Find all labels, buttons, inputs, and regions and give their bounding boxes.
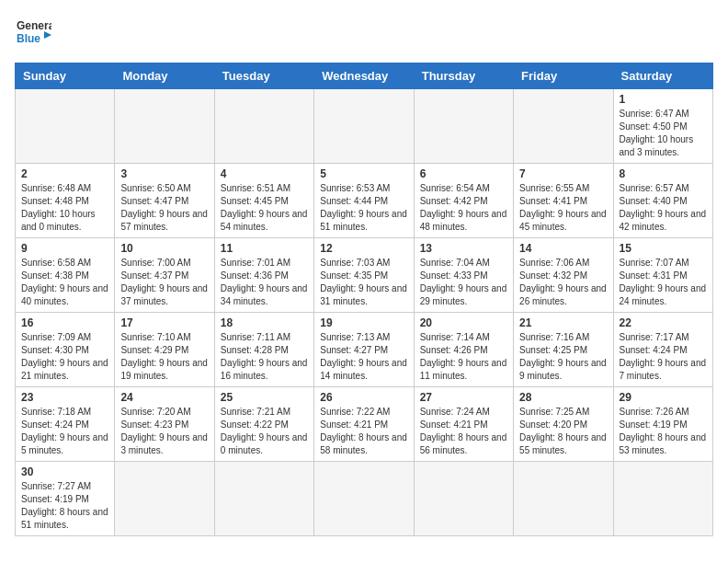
day-info: Sunrise: 7:07 AM Sunset: 4:31 PM Dayligh… xyxy=(620,257,707,308)
column-header-thursday: Thursday xyxy=(414,63,513,89)
day-info: Sunrise: 7:27 AM Sunset: 4:19 PM Dayligh… xyxy=(21,480,108,532)
day-info: Sunrise: 7:24 AM Sunset: 4:21 PM Dayligh… xyxy=(420,406,507,457)
calendar-cell: 30Sunrise: 7:27 AM Sunset: 4:19 PM Dayli… xyxy=(16,462,115,536)
day-number: 17 xyxy=(120,316,208,329)
day-info: Sunrise: 7:09 AM Sunset: 4:30 PM Dayligh… xyxy=(21,331,108,383)
week-row-3: 16Sunrise: 7:09 AM Sunset: 4:30 PM Dayli… xyxy=(16,313,713,387)
day-number: 18 xyxy=(221,316,308,329)
calendar-cell: 3Sunrise: 6:50 AM Sunset: 4:47 PM Daylig… xyxy=(115,164,214,238)
day-info: Sunrise: 6:51 AM Sunset: 4:45 PM Dayligh… xyxy=(221,182,308,234)
day-number: 3 xyxy=(120,167,208,180)
calendar-cell: 25Sunrise: 7:21 AM Sunset: 4:22 PM Dayli… xyxy=(214,387,313,462)
day-number: 1 xyxy=(620,93,707,106)
calendar-cell: 24Sunrise: 7:20 AM Sunset: 4:23 PM Dayli… xyxy=(115,387,214,462)
day-number: 10 xyxy=(120,242,208,255)
day-info: Sunrise: 7:22 AM Sunset: 4:21 PM Dayligh… xyxy=(320,406,407,457)
calendar-cell xyxy=(314,89,414,164)
calendar-cell: 21Sunrise: 7:16 AM Sunset: 4:25 PM Dayli… xyxy=(514,313,613,387)
day-info: Sunrise: 7:00 AM Sunset: 4:37 PM Dayligh… xyxy=(120,257,208,308)
day-info: Sunrise: 7:25 AM Sunset: 4:20 PM Dayligh… xyxy=(519,406,607,457)
calendar-cell: 27Sunrise: 7:24 AM Sunset: 4:21 PM Dayli… xyxy=(414,387,513,462)
column-header-sunday: Sunday xyxy=(16,63,115,89)
calendar-cell: 22Sunrise: 7:17 AM Sunset: 4:24 PM Dayli… xyxy=(613,313,712,387)
day-info: Sunrise: 7:20 AM Sunset: 4:23 PM Dayligh… xyxy=(120,406,208,457)
day-info: Sunrise: 6:54 AM Sunset: 4:42 PM Dayligh… xyxy=(420,182,507,234)
day-number: 27 xyxy=(420,391,507,404)
day-number: 22 xyxy=(620,316,707,329)
day-number: 5 xyxy=(320,167,407,180)
day-info: Sunrise: 6:57 AM Sunset: 4:40 PM Dayligh… xyxy=(620,182,707,234)
calendar-cell xyxy=(414,462,513,536)
day-number: 29 xyxy=(620,391,707,404)
calendar-cell xyxy=(414,89,513,164)
day-info: Sunrise: 6:47 AM Sunset: 4:50 PM Dayligh… xyxy=(620,108,707,159)
logo: General Blue xyxy=(15,15,51,52)
day-info: Sunrise: 6:48 AM Sunset: 4:48 PM Dayligh… xyxy=(21,182,108,234)
day-info: Sunrise: 7:26 AM Sunset: 4:19 PM Dayligh… xyxy=(620,406,707,457)
week-row-5: 30Sunrise: 7:27 AM Sunset: 4:19 PM Dayli… xyxy=(16,462,713,536)
day-number: 24 xyxy=(120,391,208,404)
day-number: 11 xyxy=(221,242,308,255)
calendar-cell xyxy=(115,462,214,536)
day-number: 28 xyxy=(519,391,607,404)
day-info: Sunrise: 7:01 AM Sunset: 4:36 PM Dayligh… xyxy=(221,257,308,308)
calendar-table: SundayMondayTuesdayWednesdayThursdayFrid… xyxy=(15,63,713,536)
column-header-wednesday: Wednesday xyxy=(314,63,414,89)
day-number: 26 xyxy=(320,391,407,404)
day-number: 12 xyxy=(320,242,407,255)
column-header-tuesday: Tuesday xyxy=(214,63,313,89)
day-info: Sunrise: 7:16 AM Sunset: 4:25 PM Dayligh… xyxy=(519,331,607,383)
column-header-monday: Monday xyxy=(115,63,214,89)
logo-svg-icon: General Blue xyxy=(15,15,51,52)
calendar-cell: 5Sunrise: 6:53 AM Sunset: 4:44 PM Daylig… xyxy=(314,164,414,238)
logo-container: General Blue xyxy=(15,15,51,52)
calendar-cell: 13Sunrise: 7:04 AM Sunset: 4:33 PM Dayli… xyxy=(414,238,513,313)
day-info: Sunrise: 7:04 AM Sunset: 4:33 PM Dayligh… xyxy=(420,257,507,308)
week-row-4: 23Sunrise: 7:18 AM Sunset: 4:24 PM Dayli… xyxy=(16,387,713,462)
day-info: Sunrise: 7:17 AM Sunset: 4:24 PM Dayligh… xyxy=(620,331,707,383)
day-number: 4 xyxy=(221,167,308,180)
day-number: 14 xyxy=(519,242,607,255)
svg-text:Blue: Blue xyxy=(17,32,40,45)
calendar-cell: 9Sunrise: 6:58 AM Sunset: 4:38 PM Daylig… xyxy=(16,238,115,313)
header: General Blue xyxy=(15,15,713,52)
day-info: Sunrise: 7:06 AM Sunset: 4:32 PM Dayligh… xyxy=(519,257,607,308)
calendar-cell: 1Sunrise: 6:47 AM Sunset: 4:50 PM Daylig… xyxy=(613,89,712,164)
calendar-cell: 29Sunrise: 7:26 AM Sunset: 4:19 PM Dayli… xyxy=(613,387,712,462)
calendar-cell: 6Sunrise: 6:54 AM Sunset: 4:42 PM Daylig… xyxy=(414,164,513,238)
day-info: Sunrise: 7:14 AM Sunset: 4:26 PM Dayligh… xyxy=(420,331,507,383)
day-number: 9 xyxy=(21,242,108,255)
calendar-cell xyxy=(214,89,313,164)
svg-text:General: General xyxy=(17,19,51,32)
calendar-cell: 28Sunrise: 7:25 AM Sunset: 4:20 PM Dayli… xyxy=(514,387,613,462)
calendar-cell: 15Sunrise: 7:07 AM Sunset: 4:31 PM Dayli… xyxy=(613,238,712,313)
calendar-cell: 14Sunrise: 7:06 AM Sunset: 4:32 PM Dayli… xyxy=(514,238,613,313)
calendar-cell xyxy=(115,89,214,164)
calendar-cell: 10Sunrise: 7:00 AM Sunset: 4:37 PM Dayli… xyxy=(115,238,214,313)
calendar-cell xyxy=(514,89,613,164)
calendar-cell: 23Sunrise: 7:18 AM Sunset: 4:24 PM Dayli… xyxy=(16,387,115,462)
calendar-cell: 2Sunrise: 6:48 AM Sunset: 4:48 PM Daylig… xyxy=(16,164,115,238)
day-number: 6 xyxy=(420,167,507,180)
calendar-cell: 19Sunrise: 7:13 AM Sunset: 4:27 PM Dayli… xyxy=(314,313,414,387)
day-number: 7 xyxy=(519,167,607,180)
calendar-cell: 20Sunrise: 7:14 AM Sunset: 4:26 PM Dayli… xyxy=(414,313,513,387)
calendar-cell: 7Sunrise: 6:55 AM Sunset: 4:41 PM Daylig… xyxy=(514,164,613,238)
day-number: 21 xyxy=(519,316,607,329)
calendar-cell: 26Sunrise: 7:22 AM Sunset: 4:21 PM Dayli… xyxy=(314,387,414,462)
column-header-saturday: Saturday xyxy=(613,63,712,89)
day-info: Sunrise: 7:11 AM Sunset: 4:28 PM Dayligh… xyxy=(221,331,308,383)
day-number: 13 xyxy=(420,242,507,255)
day-number: 2 xyxy=(21,167,108,180)
day-info: Sunrise: 6:55 AM Sunset: 4:41 PM Dayligh… xyxy=(519,182,607,234)
day-number: 19 xyxy=(320,316,407,329)
calendar-cell xyxy=(514,462,613,536)
day-info: Sunrise: 7:21 AM Sunset: 4:22 PM Dayligh… xyxy=(221,406,308,457)
day-number: 15 xyxy=(620,242,707,255)
day-info: Sunrise: 6:58 AM Sunset: 4:38 PM Dayligh… xyxy=(21,257,108,308)
calendar-cell xyxy=(613,462,712,536)
day-info: Sunrise: 6:53 AM Sunset: 4:44 PM Dayligh… xyxy=(320,182,407,234)
day-info: Sunrise: 7:13 AM Sunset: 4:27 PM Dayligh… xyxy=(320,331,407,383)
week-row-0: 1Sunrise: 6:47 AM Sunset: 4:50 PM Daylig… xyxy=(16,89,713,164)
calendar-cell: 17Sunrise: 7:10 AM Sunset: 4:29 PM Dayli… xyxy=(115,313,214,387)
